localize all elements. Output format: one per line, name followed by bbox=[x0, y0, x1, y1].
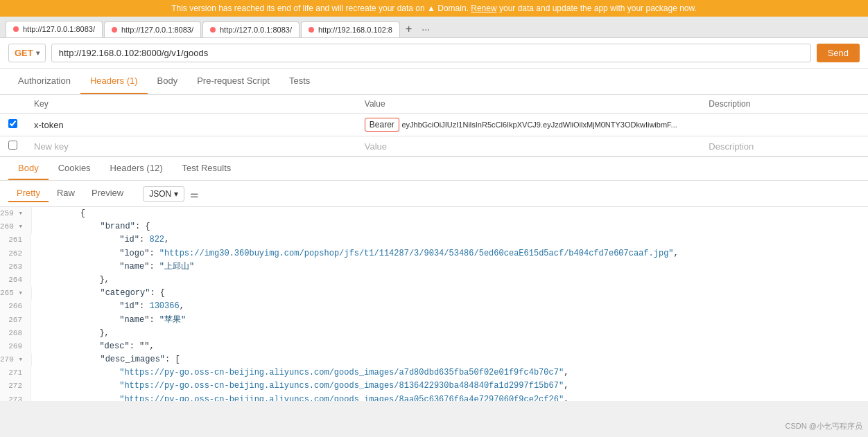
tab-dot-2 bbox=[210, 27, 216, 33]
tab-body[interactable]: Body bbox=[148, 69, 188, 94]
method-selector[interactable]: GET ▾ bbox=[8, 44, 46, 62]
line-number: 263 bbox=[0, 260, 31, 274]
browser-tab-3[interactable]: http://192.168.0.102:8 bbox=[301, 21, 400, 37]
tab-dot-3 bbox=[309, 27, 314, 33]
send-button[interactable]: Send bbox=[817, 44, 860, 62]
browser-tab-1[interactable]: http://127.0.0.1:8083/ bbox=[104, 21, 201, 37]
line-number: 266 bbox=[0, 300, 31, 313]
json-format-label: JSON bbox=[149, 189, 171, 199]
header-row-new: New key Value Description bbox=[0, 136, 868, 157]
filter-icon[interactable]: ⚌ bbox=[190, 188, 199, 199]
code-line: 268 }, bbox=[0, 327, 868, 340]
line-content: "id": 822, bbox=[31, 233, 169, 247]
line-number: 273 bbox=[0, 393, 31, 401]
code-area[interactable]: 259 ▾ {260 ▾ "brand": {261 "id": 822,262… bbox=[0, 207, 868, 401]
code-line: 270 ▾ "desc_images": [ bbox=[0, 353, 868, 366]
headers-table: Key Value Description x-token Bearer eyJ… bbox=[0, 95, 868, 157]
line-content: "https://py-go.oss-cn-beijing.aliyuncs.c… bbox=[31, 380, 568, 393]
code-line: 266 "id": 130366, bbox=[0, 300, 868, 313]
line-number: 268 bbox=[0, 327, 31, 340]
method-chevron-icon: ▾ bbox=[36, 49, 40, 57]
json-url-link[interactable]: "https://py-go.oss-cn-beijing.aliyuncs.c… bbox=[119, 395, 564, 401]
notification-text: This version has reached its end of life… bbox=[171, 3, 469, 13]
code-line: 267 "name": "苹果" bbox=[0, 314, 868, 327]
resp-tab-test-results[interactable]: Test Results bbox=[172, 157, 241, 180]
header-key-0: x-token bbox=[26, 114, 356, 136]
new-tab-button[interactable]: + bbox=[401, 23, 416, 35]
line-content: "logo": "https://img30.360buyimg.com/pop… bbox=[31, 247, 679, 260]
col-key-header: Key bbox=[26, 95, 356, 114]
code-line: 264 }, bbox=[0, 274, 868, 287]
header-desc-new: Description bbox=[700, 136, 868, 157]
line-content: { bbox=[32, 207, 85, 220]
notification-suffix: your data and update the app with your p… bbox=[499, 3, 697, 13]
line-content: "desc_images": [ bbox=[32, 353, 180, 366]
resp-tab-body[interactable]: Body bbox=[8, 157, 49, 180]
header-value-cell-0: Bearer eyJhbGciOiJIUzI1NilsInR5cCl6IkpXV… bbox=[356, 114, 701, 136]
line-content: "category": { bbox=[32, 287, 165, 300]
tab-pre-request-script[interactable]: Pre-request Script bbox=[187, 69, 279, 94]
line-number: 261 bbox=[0, 233, 31, 247]
header-checkbox-new[interactable] bbox=[8, 141, 17, 150]
headers-section: Key Value Description x-token Bearer eyJ… bbox=[0, 95, 868, 157]
line-content: }, bbox=[31, 274, 110, 287]
line-number: 267 bbox=[0, 314, 31, 327]
url-bar-area: GET ▾ Send bbox=[0, 38, 868, 69]
col-desc-header: Description bbox=[700, 95, 868, 114]
json-url-link[interactable]: "https://py-go.oss-cn-beijing.aliyuncs.c… bbox=[119, 368, 564, 377]
tab-url-0: http://127.0.0.1:8083/ bbox=[23, 25, 95, 33]
json-format-selector[interactable]: JSON ▾ bbox=[143, 186, 184, 202]
code-line: 269 "desc": "", bbox=[0, 340, 868, 353]
fmt-tab-preview[interactable]: Preview bbox=[83, 185, 132, 202]
header-desc-0 bbox=[700, 114, 868, 136]
line-content: "desc": "", bbox=[31, 340, 155, 353]
line-content: "name": "上邱山" bbox=[31, 260, 194, 274]
url-input[interactable] bbox=[51, 44, 811, 62]
method-label: GET bbox=[15, 48, 33, 58]
format-bar: Pretty Raw Preview JSON ▾ ⚌ bbox=[0, 181, 868, 207]
header-value-new[interactable]: Value bbox=[356, 136, 701, 157]
json-url-link[interactable]: "https://img30.360buyimg.com/popshop/jfs… bbox=[159, 249, 674, 258]
browser-tab-0[interactable]: http://127.0.0.1:8083/ bbox=[6, 21, 103, 37]
line-content: "id": 130366, bbox=[31, 300, 184, 313]
tab-headers[interactable]: Headers (1) bbox=[80, 69, 148, 94]
bearer-label: Bearer bbox=[365, 118, 399, 132]
response-tabs: Body Cookies Headers (12) Test Results bbox=[0, 157, 868, 181]
tab-dot-1 bbox=[112, 27, 117, 33]
tab-dot-0 bbox=[13, 26, 19, 32]
tab-url-3: http://192.168.0.102:8 bbox=[318, 26, 392, 34]
code-line: 273 "https://py-go.oss-cn-beijing.aliyun… bbox=[0, 393, 868, 401]
header-token-0: eyJhbGciOiJIUzI1NilsInR5cCl6IkpXVCJ9.eyJ… bbox=[401, 121, 677, 129]
more-tabs-button[interactable]: ··· bbox=[417, 24, 434, 35]
line-content: "https://py-go.oss-cn-beijing.aliyuncs.c… bbox=[31, 393, 568, 401]
notification-bar: This version has reached its end of life… bbox=[0, 0, 868, 17]
resp-tab-cookies[interactable]: Cookies bbox=[49, 157, 101, 180]
header-row-0: x-token Bearer eyJhbGciOiJIUzI1NilsInR5c… bbox=[0, 114, 868, 136]
tab-url-2: http://127.0.0.1:8083/ bbox=[220, 26, 292, 34]
line-number: 270 ▾ bbox=[0, 353, 32, 366]
json-url-link[interactable]: "https://py-go.oss-cn-beijing.aliyuncs.c… bbox=[119, 381, 564, 391]
line-number: 265 ▾ bbox=[0, 287, 32, 300]
header-key-new[interactable]: New key bbox=[26, 136, 356, 157]
line-number: 262 bbox=[0, 247, 31, 260]
col-checkbox bbox=[0, 95, 26, 114]
line-content: "name": "苹果" bbox=[31, 314, 186, 327]
resp-tab-headers[interactable]: Headers (12) bbox=[101, 157, 173, 180]
code-line: 265 ▾ "category": { bbox=[0, 287, 868, 300]
code-line: 271 "https://py-go.oss-cn-beijing.aliyun… bbox=[0, 366, 868, 380]
notification-link[interactable]: Renew bbox=[471, 3, 496, 13]
browser-tabs: http://127.0.0.1:8083/ http://127.0.0.1:… bbox=[0, 17, 868, 38]
code-line: 260 ▾ "brand": { bbox=[0, 220, 868, 233]
request-tabs: Authorization Headers (1) Body Pre-reque… bbox=[0, 69, 868, 95]
tab-tests[interactable]: Tests bbox=[279, 69, 320, 94]
json-format-chevron-icon: ▾ bbox=[174, 189, 178, 199]
line-number: 259 ▾ bbox=[0, 207, 32, 220]
browser-tab-2[interactable]: http://127.0.0.1:8083/ bbox=[202, 21, 300, 37]
line-number: 272 bbox=[0, 380, 31, 393]
tab-authorization[interactable]: Authorization bbox=[8, 69, 80, 94]
tab-url-1: http://127.0.0.1:8083/ bbox=[121, 26, 193, 34]
fmt-tab-raw[interactable]: Raw bbox=[49, 185, 83, 202]
line-number: 271 bbox=[0, 366, 31, 380]
header-checkbox-0[interactable] bbox=[8, 119, 17, 128]
fmt-tab-pretty[interactable]: Pretty bbox=[8, 185, 49, 202]
